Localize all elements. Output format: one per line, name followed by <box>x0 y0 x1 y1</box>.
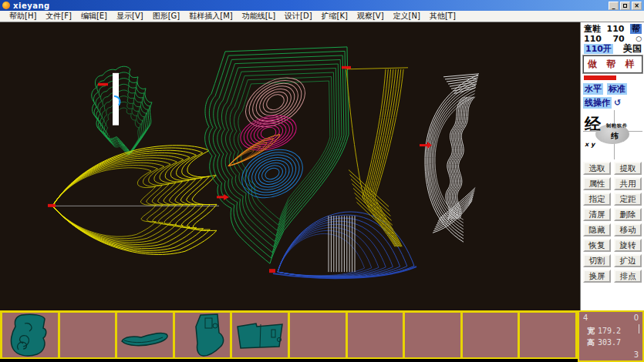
thumbnail-empty-5[interactable] <box>463 313 521 357</box>
tool-select[interactable]: 选取 <box>583 162 611 175</box>
spec-row-3: 110开 美国 <box>583 44 642 54</box>
menu-observe[interactable]: 观察[V] <box>352 11 389 22</box>
tool-switch-screen[interactable]: 换屏 <box>583 270 611 283</box>
sole-red-marker <box>269 269 275 273</box>
boot-red-marker <box>217 196 224 198</box>
close-icon[interactable]: × <box>632 2 642 10</box>
tool-move[interactable]: 移动 <box>614 223 642 236</box>
title-bar: xieyang _ × <box>0 0 644 11</box>
tool-arrange-points[interactable]: 排点 <box>614 270 642 283</box>
vamp-red-marker <box>48 204 56 207</box>
spec-row-1: 童鞋 110 帮 <box>583 24 642 34</box>
drawing-canvas[interactable] <box>0 22 580 310</box>
wireframe-crescent-white[interactable] <box>425 74 479 242</box>
tool-fixed-distance[interactable]: 定距 <box>614 193 642 206</box>
tool-cut[interactable]: 切割 <box>583 254 611 267</box>
make-upper-pattern-button[interactable]: 做 帮 样 <box>583 55 642 73</box>
tool-properties[interactable]: 属性 <box>583 177 611 190</box>
tool-expand-edge[interactable]: 扩边 <box>614 254 642 267</box>
tool-hide[interactable]: 隐藏 <box>583 223 611 236</box>
height-label: 高 <box>587 338 595 347</box>
application-window: xieyang _ × 帮助[H] 文件[F] 编辑[E] 显示[V] 图形[G… <box>0 0 644 362</box>
window-title: xieyang <box>13 2 609 10</box>
red-indicator-bar <box>584 75 616 80</box>
menu-design[interactable]: 设计[D] <box>280 11 317 22</box>
shoe-type-label: 童鞋 <box>584 24 601 34</box>
horizontal-button[interactable]: 水平 <box>583 83 603 95</box>
heel-white-bar[interactable] <box>113 73 119 126</box>
width-readout: 宽179.2 <box>587 326 621 337</box>
thumbnail-vamp-piece[interactable] <box>232 313 290 357</box>
restore-icon[interactable] <box>620 2 630 10</box>
line-operation-button[interactable]: 线操作 <box>583 97 612 109</box>
menu-view[interactable]: 显示[V] <box>112 11 148 22</box>
part-thumbnail-strip <box>0 310 578 359</box>
height-readout: 高303.7 <box>587 337 621 348</box>
tool-sidebar: 童鞋 110 帮 110 70 ○ 110开 美国 做 帮 样 水平 标准 线操… <box>580 22 644 310</box>
menu-pattern-insert[interactable]: 鞋样插入[M] <box>184 11 237 22</box>
panel-count-bottom-right: 3 <box>634 350 639 359</box>
menu-help[interactable]: 帮助[H] <box>5 11 41 22</box>
panel-tick-mark <box>639 324 639 334</box>
minimize-icon[interactable]: _ <box>609 2 619 10</box>
country-label: 美国 <box>623 44 642 54</box>
menu-define[interactable]: 定义[N] <box>389 11 425 22</box>
panel-count-top-right: 0 <box>634 313 639 322</box>
size-a-value: 110 <box>607 24 625 34</box>
tool-extract[interactable]: 提取 <box>614 162 642 175</box>
jingwei-logo: 经 制鞋软件 纬 x y <box>583 110 642 159</box>
olive-red-marker <box>342 66 351 69</box>
tool-delete[interactable]: 删除 <box>614 208 642 221</box>
width-label: 宽 <box>587 327 595 335</box>
menu-edit[interactable]: 编辑[E] <box>76 11 112 22</box>
thumbnail-boot-piece[interactable] <box>0 313 60 357</box>
thumbnail-empty-6[interactable] <box>520 313 578 357</box>
line-op-icon: ↺ <box>614 98 621 108</box>
dimension-status-panel: 4 0 宽179.2 高303.7 3 <box>578 310 644 362</box>
wireframe-vamp-yellow[interactable] <box>52 146 217 255</box>
tool-clear-screen[interactable]: 清屏 <box>583 208 611 221</box>
boot-red-arrowhead <box>224 194 229 200</box>
kai-tag[interactable]: 110开 <box>584 44 613 54</box>
tool-share[interactable]: 共用 <box>614 177 642 190</box>
menu-graphics[interactable]: 图形[G] <box>148 11 185 22</box>
tool-restore[interactable]: 恢复 <box>583 239 611 252</box>
menu-other[interactable]: 其他[T] <box>425 11 460 22</box>
menu-scale[interactable]: 扩缩[K] <box>317 11 352 22</box>
bottom-bar: 4 0 宽179.2 高303.7 3 <box>0 310 644 362</box>
wireframe-heel-green[interactable] <box>92 66 152 155</box>
logo-wei-char: 纬 <box>611 131 619 142</box>
heel-red-marker <box>98 83 108 85</box>
logo-software-text: 制鞋软件 <box>606 122 628 129</box>
logo-jing-char: 经 <box>585 113 601 135</box>
size-b-value: 110 <box>584 34 602 44</box>
thumbnail-bootie-piece[interactable] <box>175 313 233 357</box>
thumbnail-empty-1[interactable] <box>60 313 118 357</box>
thumbnail-empty-4[interactable] <box>405 313 463 357</box>
width-value: 179.2 <box>598 327 621 335</box>
tool-button-grid: 选取 提取 属性 共用 指定 定距 清屏 删除 隐藏 移动 恢复 旋转 切割 扩… <box>583 162 642 283</box>
thumbnail-empty-3[interactable] <box>348 313 406 357</box>
app-icon <box>2 2 10 9</box>
thumbnail-empty-2[interactable] <box>290 313 348 357</box>
logo-axis-label: x y <box>585 141 595 148</box>
crescent-red-marker <box>420 144 427 146</box>
height-value: 303.7 <box>598 338 621 347</box>
menu-bar: 帮助[H] 文件[F] 编辑[E] 显示[V] 图形[G] 鞋样插入[M] 功能… <box>0 11 644 22</box>
menu-file[interactable]: 文件[F] <box>41 11 76 22</box>
thumbnail-sole-piece[interactable] <box>117 313 175 357</box>
standard-button[interactable]: 标准 <box>607 83 627 95</box>
bang-tag[interactable]: 帮 <box>630 24 642 34</box>
tool-rotate[interactable]: 旋转 <box>614 239 642 252</box>
menu-function-line[interactable]: 功能线[L] <box>238 11 280 22</box>
tool-assign[interactable]: 指定 <box>583 193 611 206</box>
panel-count-top-left: 4 <box>583 313 588 322</box>
